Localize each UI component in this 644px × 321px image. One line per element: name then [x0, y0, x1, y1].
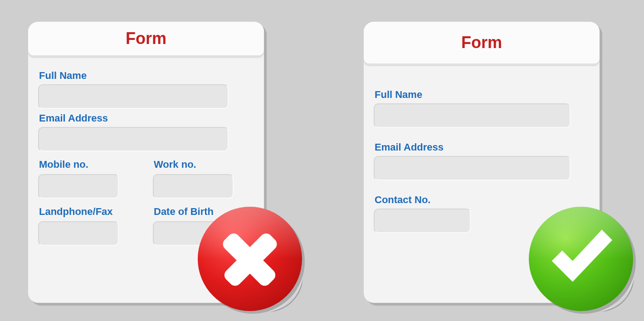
- form-title: Form: [364, 22, 600, 63]
- label-contact: Contact No.: [375, 194, 590, 206]
- sticker-curl-icon: [268, 277, 303, 312]
- wrong-sticker: [198, 207, 302, 311]
- sticker-curl-icon: [599, 277, 634, 312]
- input-work[interactable]: [153, 174, 234, 199]
- form-title: Form: [28, 22, 264, 55]
- label-full-name: Full Name: [39, 70, 254, 82]
- input-full-name[interactable]: [38, 84, 229, 109]
- input-landphone[interactable]: [38, 221, 119, 246]
- label-full-name: Full Name: [375, 89, 590, 101]
- input-email[interactable]: [374, 156, 571, 180]
- input-contact[interactable]: [374, 209, 471, 233]
- label-work: Work no.: [154, 159, 254, 171]
- label-email: Email Address: [39, 112, 254, 124]
- correct-sticker: [529, 207, 633, 311]
- input-mobile[interactable]: [38, 174, 119, 199]
- label-mobile: Mobile no.: [39, 159, 139, 171]
- label-landphone: Landphone/Fax: [39, 206, 139, 219]
- input-email[interactable]: [38, 127, 229, 151]
- input-full-name[interactable]: [374, 103, 571, 128]
- label-email: Email Address: [375, 141, 590, 153]
- comparison-stage: Form Full Name Email Address Mobile no. …: [0, 0, 644, 321]
